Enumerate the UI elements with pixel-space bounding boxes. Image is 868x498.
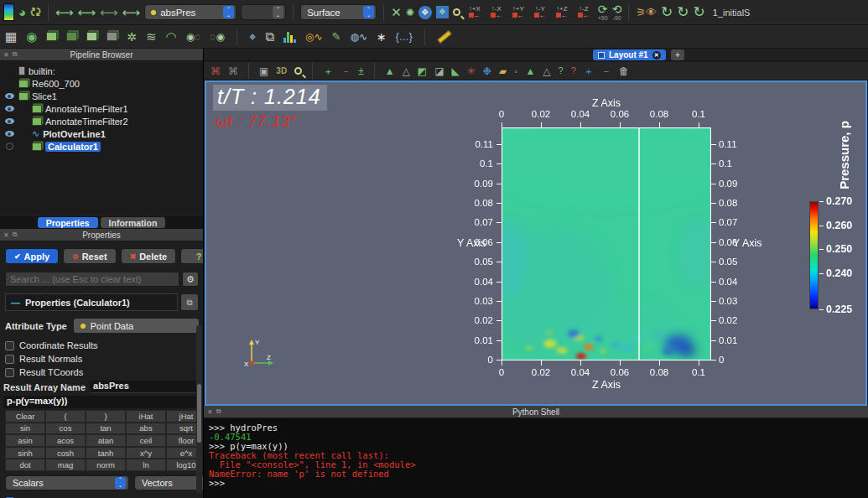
clear-selection-icon[interactable]: 🗑 xyxy=(619,66,629,76)
plot-over-line-widget[interactable] xyxy=(638,127,640,361)
stream-tracer-icon[interactable]: ≋ xyxy=(146,30,157,43)
calc-button-cosh[interactable]: cosh xyxy=(45,447,86,459)
layout-tab[interactable]: Layout #1 ✕ xyxy=(593,49,666,60)
close-panel-icon[interactable]: ✕ xyxy=(3,231,9,239)
camera-plusminus-z-button[interactable]: ↑+Z← xyxy=(552,3,572,23)
checkbox[interactable] xyxy=(5,355,14,364)
attribute-type-select[interactable]: Point Data xyxy=(74,319,199,333)
calc-button-sqrt[interactable]: sqrt xyxy=(166,423,199,435)
calc-button-abs[interactable]: abs xyxy=(126,423,166,435)
calc-button-sinh[interactable]: sinh xyxy=(5,447,45,459)
colorbar[interactable] xyxy=(809,201,819,309)
adjust-camera-icon[interactable]: ⌘ xyxy=(211,66,221,76)
pipeline-item-annotatetimefilter1[interactable]: AnnotateTimeFilter1 xyxy=(0,102,203,115)
scrollbar-thumb[interactable] xyxy=(197,384,201,443)
zoom-to-data-icon[interactable]: ✺ xyxy=(406,8,414,18)
calc-button-dot[interactable]: dot xyxy=(5,459,45,471)
rotate-view-cw-icon[interactable]: ↻ xyxy=(661,5,673,19)
calc-button-clear[interactable]: Clear xyxy=(5,410,45,423)
hover-points-query-icon[interactable]: ? xyxy=(571,66,576,75)
calc-button-ihat[interactable]: iHat xyxy=(126,410,166,423)
close-panel-icon[interactable]: ✕ xyxy=(3,51,9,59)
extract-subset-icon[interactable] xyxy=(107,32,117,41)
visibility-toggle[interactable] xyxy=(3,143,15,150)
camera-plusminus-y-button[interactable]: ↑+Y← xyxy=(508,3,528,23)
hover-points-icon[interactable]: △ xyxy=(543,66,550,76)
plot-global-over-time-icon[interactable]: ◎∿ xyxy=(305,32,323,42)
zoom-camera-icon[interactable] xyxy=(294,66,302,76)
pipeline-item-builtin[interactable]: builtin: xyxy=(0,65,203,77)
reset-button[interactable]: ⊘Reset xyxy=(63,248,117,264)
tab-properties[interactable]: Properties xyxy=(38,217,98,228)
scalars-select[interactable]: Scalars ⌃⌄ xyxy=(5,475,129,490)
result-array-input[interactable]: absPres xyxy=(90,381,200,393)
camera-minus-x-button[interactable]: ↑-X← xyxy=(486,3,507,23)
render-view[interactable]: t/T : 1.214 ωt : 77.13° xyxy=(205,80,867,406)
reset-roll-icon[interactable]: ↻ xyxy=(694,5,705,19)
representation-select[interactable]: Surface ⌃⌄ xyxy=(300,4,377,20)
first-frame-icon[interactable]: ⟷ xyxy=(55,6,74,18)
properties-scrollbar[interactable] xyxy=(196,325,202,493)
visibility-toggle[interactable] xyxy=(3,131,15,137)
properties-group-header[interactable]: — Properties (Calculator1) xyxy=(5,293,178,311)
shrink-selection-icon[interactable]: － xyxy=(601,66,611,76)
glyph-icon[interactable]: ✲ xyxy=(127,31,137,43)
python-shell-console[interactable]: >>> hydroPres-0.47541>>> p(y=max(y))Trac… xyxy=(204,418,868,488)
plot-selection-over-time-icon[interactable]: ◍∿ xyxy=(351,32,368,42)
select-cells-on-icon[interactable]: ▲ xyxy=(385,66,395,76)
copy-properties-button[interactable]: ⧉ xyxy=(180,293,199,311)
calc-button-cos[interactable]: cos xyxy=(45,423,86,435)
search-options-button[interactable]: ⚙ xyxy=(182,272,199,287)
rotate-view-ccw-icon[interactable]: ↻ xyxy=(677,5,689,19)
hover-cells-icon[interactable]: ▲ xyxy=(525,66,535,76)
checkbox[interactable] xyxy=(5,341,14,350)
calc-button-mag[interactable]: mag xyxy=(45,459,86,471)
tab-information[interactable]: Information xyxy=(101,217,166,228)
camera-minus-y-button[interactable]: ↑-Y← xyxy=(530,3,550,23)
center-axes-visibility-icon[interactable]: ⚞👁 xyxy=(636,7,657,18)
reset-camera-icon[interactable]: ✕ xyxy=(391,6,402,18)
pipeline-item-calculator1[interactable]: Calculator1 xyxy=(0,140,203,153)
pressure-heatmap[interactable] xyxy=(502,127,711,361)
add-layout-tab[interactable]: + xyxy=(671,49,684,60)
ruler-icon[interactable] xyxy=(437,34,452,39)
undock-panel-icon[interactable]: ⧉ xyxy=(13,231,18,239)
rescale-temporal-range-icon[interactable]: ⟷ xyxy=(122,6,141,18)
subtract-selection-icon[interactable]: － xyxy=(340,66,351,76)
clip-icon[interactable] xyxy=(46,32,57,41)
extract-group-icon[interactable]: ◌◉ xyxy=(210,32,225,42)
undock-panel-icon[interactable]: ⧉ xyxy=(13,50,18,59)
delete-button[interactable]: ✖Delete xyxy=(121,248,177,264)
toggle-selection-icon[interactable]: ± xyxy=(358,66,364,76)
undock-panel-icon[interactable]: ⧉ xyxy=(216,407,221,416)
color-map-icon[interactable] xyxy=(3,3,14,21)
visibility-toggle[interactable] xyxy=(3,106,15,112)
calc-button-xy[interactable]: x^y xyxy=(126,447,166,459)
calc-button-ceil[interactable]: ceil xyxy=(126,434,166,447)
select-cells-polygon-icon[interactable]: ◣ xyxy=(452,66,460,76)
rescale-visible-range-icon[interactable]: ⟷ xyxy=(100,6,118,18)
camera-minus-z-button[interactable]: ↑-Z← xyxy=(574,3,594,23)
calc-button-atan[interactable]: atan xyxy=(86,434,126,447)
plot-over-line-icon[interactable]: ⌖ xyxy=(249,30,256,43)
search-input[interactable] xyxy=(5,272,179,287)
apply-button[interactable]: ✔Apply xyxy=(5,248,59,264)
calc-button-floor[interactable]: floor xyxy=(166,434,199,447)
checkbox[interactable] xyxy=(5,368,14,377)
calc-button-acos[interactable]: acos xyxy=(45,434,86,447)
zoom-closest-to-data-icon[interactable]: ✥ xyxy=(436,6,449,18)
calc-button-sin[interactable]: sin xyxy=(5,423,45,435)
programmable-filter-icon[interactable]: ∗ xyxy=(377,31,387,43)
python-calculator-icon[interactable]: {…} xyxy=(396,32,413,42)
pipeline-item-annotatetimefilter2[interactable]: AnnotateTimeFilter2 xyxy=(0,115,203,127)
calc-button-jhat[interactable]: jHat xyxy=(166,410,199,423)
hover-cells-query-icon[interactable]: ? xyxy=(559,66,564,75)
active-array-select[interactable]: absPres ⌃⌄ xyxy=(144,4,236,20)
calc-button-[interactable]: ) xyxy=(86,410,126,423)
calc-button-norm[interactable]: norm xyxy=(86,459,126,471)
calc-button-tan[interactable]: tan xyxy=(86,423,126,435)
rescale-custom-range-icon[interactable]: ⟷ xyxy=(78,6,96,18)
reset-camera-closest-icon[interactable]: ✥ xyxy=(418,6,432,19)
warp-by-vector-icon[interactable]: ◠ xyxy=(166,30,177,43)
calc-button-asin[interactable]: asin xyxy=(5,434,45,447)
